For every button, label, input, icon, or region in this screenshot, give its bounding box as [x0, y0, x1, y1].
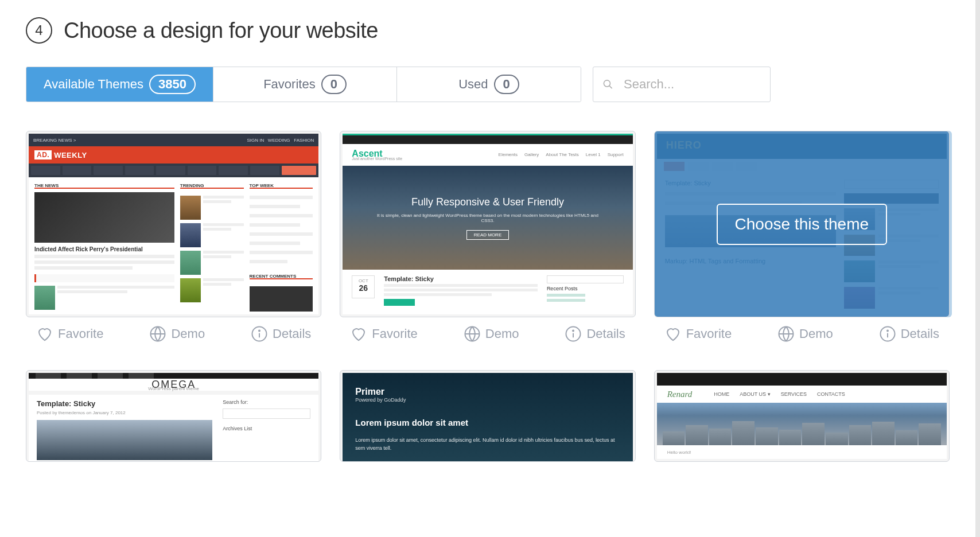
- step-title: Choose a design for your website: [64, 18, 378, 43]
- theme-tabs: Available Themes 3850 Favorites 0 Used 0: [26, 67, 581, 102]
- tab-count: 3850: [149, 75, 196, 94]
- step-header: 4 Choose a design for your website: [26, 17, 950, 44]
- theme-card: Primer Powered by GoDaddy Lorem ipsum do…: [340, 370, 635, 462]
- theme-thumbnail[interactable]: OMEGA WordPress parent theme Template: S…: [26, 370, 321, 462]
- tab-count: 0: [321, 75, 347, 94]
- theme-card: OMEGA WordPress parent theme Template: S…: [26, 370, 321, 462]
- details-button[interactable]: Details: [879, 325, 939, 343]
- info-icon: [565, 325, 582, 343]
- tab-count: 0: [494, 75, 519, 94]
- favorite-button[interactable]: Favorite: [350, 325, 417, 343]
- filter-bar: Available Themes 3850 Favorites 0 Used 0: [26, 67, 950, 102]
- theme-hover-overlay: Choose this theme: [655, 131, 949, 317]
- theme-thumbnail[interactable]: Ascent Just another WordPress site Eleme…: [340, 131, 635, 317]
- search-input[interactable]: [624, 77, 761, 92]
- theme-card: Ascent Just another WordPress site Eleme…: [340, 131, 635, 343]
- svg-line-1: [609, 85, 612, 88]
- choose-theme-button[interactable]: Choose this theme: [717, 204, 887, 245]
- search-box[interactable]: [593, 67, 771, 102]
- tab-available-themes[interactable]: Available Themes 3850: [26, 67, 213, 102]
- tab-label: Used: [458, 77, 488, 92]
- heart-icon: [350, 325, 367, 343]
- theme-card: BREAKING NEWS >SIGN IN WEDDING FASHION A…: [26, 131, 321, 343]
- globe-icon: [464, 325, 481, 343]
- favorite-button[interactable]: Favorite: [36, 325, 103, 343]
- svg-point-5: [259, 330, 260, 331]
- theme-thumbnail[interactable]: RenardHOMEABOUT US ▾SERVICESCONTACTS Hel…: [654, 370, 950, 462]
- globe-icon: [777, 325, 795, 343]
- info-icon: [251, 325, 268, 343]
- tab-label: Favorites: [263, 77, 315, 92]
- svg-point-0: [604, 80, 610, 87]
- theme-actions: Favorite Demo Details: [26, 325, 321, 343]
- tab-label: Available Themes: [44, 77, 143, 92]
- heart-icon: [36, 325, 53, 343]
- info-icon: [879, 325, 896, 343]
- svg-point-13: [887, 330, 888, 331]
- search-icon: [602, 78, 613, 91]
- favorite-button[interactable]: Favorite: [664, 325, 732, 343]
- theme-actions: Favorite Demo Details: [654, 325, 950, 343]
- demo-button[interactable]: Demo: [149, 325, 205, 343]
- theme-actions: Favorite Demo Details: [340, 325, 635, 343]
- theme-card: RenardHOMEABOUT US ▾SERVICESCONTACTS Hel…: [654, 370, 950, 462]
- demo-button[interactable]: Demo: [464, 325, 519, 343]
- demo-button[interactable]: Demo: [777, 325, 833, 343]
- tab-used[interactable]: Used 0: [397, 67, 581, 102]
- globe-icon: [149, 325, 166, 343]
- details-button[interactable]: Details: [251, 325, 311, 343]
- theme-thumbnail[interactable]: HIERO Template: Sticky Markup: HTML Tags…: [654, 131, 950, 317]
- theme-grid: BREAKING NEWS >SIGN IN WEDDING FASHION A…: [26, 131, 950, 462]
- svg-point-9: [573, 330, 574, 331]
- step-number-badge: 4: [26, 17, 52, 44]
- heart-icon: [664, 325, 682, 343]
- theme-thumbnail[interactable]: Primer Powered by GoDaddy Lorem ipsum do…: [340, 370, 635, 462]
- details-button[interactable]: Details: [565, 325, 625, 343]
- theme-card: HIERO Template: Sticky Markup: HTML Tags…: [654, 131, 950, 343]
- tab-favorites[interactable]: Favorites 0: [213, 67, 397, 102]
- theme-thumbnail[interactable]: BREAKING NEWS >SIGN IN WEDDING FASHION A…: [26, 131, 321, 317]
